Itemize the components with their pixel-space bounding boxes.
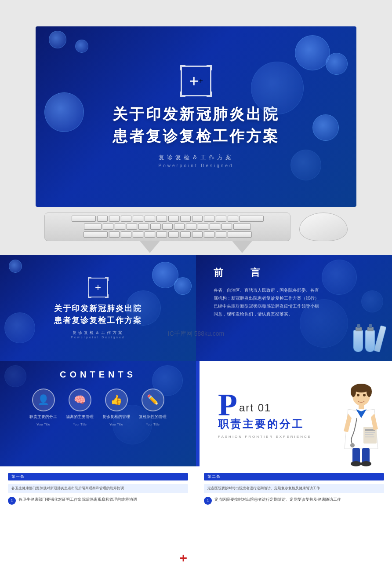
key (204, 216, 214, 222)
svg-rect-10 (365, 432, 375, 433)
bubble (290, 150, 321, 180)
mouse-image (299, 213, 348, 241)
key (204, 231, 214, 238)
svg-point-4 (357, 394, 359, 396)
bullet-number-1: 1 (8, 497, 16, 505)
key (228, 216, 238, 222)
key (145, 231, 155, 238)
slide-a-subsubtitle: Powerpoint Designed (71, 336, 125, 339)
left-accent-bar (196, 361, 200, 466)
key (72, 216, 96, 222)
hero-subsubtitle: Powerpoint Designed (158, 163, 233, 168)
corner-bl (180, 92, 185, 97)
corner-br (207, 92, 212, 97)
article-highlight-1: 各卫生健康部门要加强对新冠肺炎患者出院后隔离观察和管理的统筹协调 (8, 484, 188, 493)
vial-1 (353, 330, 363, 352)
key (127, 224, 137, 230)
doctor-svg (339, 378, 383, 466)
article-highlight-2: 定点医院要按时对出院患者进行定期随访、定期复诊复检及健康随访工作 (204, 484, 384, 493)
cross-symbol: + (199, 77, 203, 85)
svg-rect-13 (352, 448, 360, 463)
bullet-number-2: 1 (204, 497, 212, 505)
slide-article2: 第二条 定点医院要按时对出院患者进行定期随访、定期复诊复检及健康随访工作 1 定… (196, 466, 392, 572)
keyboard-image (44, 213, 290, 241)
svg-point-3 (367, 386, 372, 397)
keyboard-section (36, 207, 356, 246)
key (156, 216, 167, 222)
hero-title1: 关于印发新冠肺炎出院 (113, 104, 279, 125)
key (180, 231, 191, 238)
vials-decoration (353, 326, 383, 352)
bubble (322, 260, 357, 295)
svg-point-7 (350, 443, 355, 447)
key (221, 224, 232, 230)
bullet-text-1: 各卫生健康部门要强化对证明工作出院后隔离观察和管理的统筹协调 (18, 497, 137, 503)
bubble (326, 53, 348, 75)
key (103, 224, 113, 230)
key (168, 216, 179, 222)
slide-part01: P art 01 职责主要的分工 FASHION FRONTIER EXPERI… (196, 361, 392, 466)
content-circle-2: 🧠 (69, 389, 91, 411)
key (121, 231, 131, 238)
svg-point-16 (361, 461, 371, 466)
key (156, 231, 167, 238)
bubble (113, 405, 152, 444)
key (180, 216, 191, 222)
contents-title: CONTENTS (60, 370, 136, 380)
key (210, 224, 220, 230)
vial-2 (365, 330, 375, 352)
bubble (75, 40, 88, 53)
slide-a-subtitle: 复诊复检＆工作方案 (73, 330, 124, 336)
doctor-figure (339, 378, 383, 466)
content-sublabel-1: Your Title (36, 422, 50, 426)
slide-title-repeat: + 关于印发新冠肺炎出院 患者复诊复检工作方案 复诊复检＆工作方案 Powerp… (0, 255, 196, 361)
key (145, 216, 155, 222)
key (168, 231, 179, 238)
key (150, 224, 161, 230)
svg-point-2 (351, 386, 356, 397)
syringe (374, 325, 386, 352)
key (133, 216, 143, 222)
key (192, 216, 203, 222)
bubble (300, 299, 348, 348)
svg-rect-12 (365, 436, 374, 437)
key (84, 224, 102, 230)
medical-cross-icon: + (181, 66, 211, 96)
svg-point-5 (363, 394, 366, 396)
content-item-1: 👤 职责主要的分工 Your Title (29, 389, 57, 426)
key (97, 216, 108, 222)
slides-grid: + 关于印发新冠肺炎出院 患者复诊复检工作方案 复诊复检＆工作方案 Powerp… (0, 255, 392, 572)
key (174, 224, 185, 230)
bubble (152, 365, 183, 396)
content-label-1: 职责主要的分工 (29, 414, 57, 420)
red-cross-icon: + (179, 550, 187, 565)
bullet-text-2: 定点医院要按时对出院患者进行定期随访、定期复诊复检及健康随访工作 (214, 497, 341, 503)
bubble (4, 312, 35, 343)
content-circle-1: 👤 (32, 389, 55, 411)
bubble (9, 260, 22, 273)
corner-tr (105, 277, 109, 281)
key-row-3 (83, 231, 252, 238)
svg-rect-6 (359, 405, 364, 409)
hero-title2: 患者复诊复检工作方案 (113, 126, 279, 147)
slide-article1: 第一条 各卫生健康部门要加强对新冠肺炎患者出院后隔离观察和管理的统筹协调 1 各… (0, 466, 196, 572)
slide-contents: CONTENTS 👤 职责主要的分工 Your Title 🧠 隔离的主要管理 … (0, 361, 196, 466)
content-label-2: 隔离的主要管理 (66, 414, 94, 420)
bullet-row-1: 1 各卫生健康部门要强化对证明工作出院后隔离观察和管理的统筹协调 (8, 497, 188, 505)
bubble (174, 277, 192, 295)
bubble (361, 290, 383, 312)
content-sublabel-2: Your Title (73, 422, 87, 426)
corner-tr (207, 65, 212, 70)
key (216, 216, 226, 222)
key (115, 224, 125, 230)
hero-slide: + 关于印发新冠肺炎出院 患者复诊复检工作方案 复诊复检＆工作方案 Powerp… (36, 26, 356, 207)
content-item-2: 🧠 隔离的主要管理 Your Title (66, 389, 94, 426)
part-text: art 01 (239, 402, 271, 414)
corner-tl (180, 65, 185, 70)
key (240, 216, 264, 222)
key (121, 216, 131, 222)
bubble (295, 35, 330, 70)
bullet-row-2: 1 定点医院要按时对出院患者进行定期随访、定期复诊复检及健康随访工作 (204, 497, 384, 505)
svg-point-15 (351, 461, 361, 466)
key (198, 224, 208, 230)
